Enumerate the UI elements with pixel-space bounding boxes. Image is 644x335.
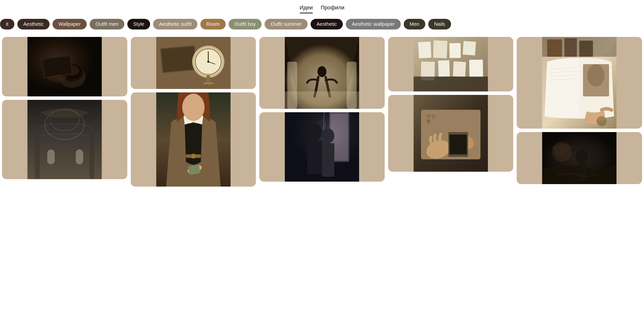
tag-outfit-men[interactable]: Outfit men [90, 19, 124, 30]
tabs-bar: Идеи Профили [0, 0, 644, 14]
masonry-col-5 [517, 37, 642, 186]
tag-aesthetic[interactable]: Aesthetic [17, 19, 50, 30]
tag-aesthetic-outfit[interactable]: Aesthetic outfit [153, 19, 198, 30]
svg-point-71 [597, 117, 606, 121]
card-book[interactable] [517, 37, 642, 128]
svg-rect-69 [579, 41, 593, 57]
svg-rect-24 [206, 75, 210, 83]
svg-point-65 [587, 64, 604, 86]
masonry-col-1 [2, 37, 127, 186]
tag-wallpaper[interactable]: Wallpaper [52, 19, 86, 30]
tag-style[interactable]: Style [127, 19, 150, 30]
masonry-col-3 [259, 37, 385, 186]
svg-rect-45 [433, 40, 447, 58]
svg-point-34 [318, 66, 326, 77]
card-coat[interactable] [131, 92, 256, 186]
card-corridor[interactable] [259, 37, 385, 109]
card-dark-scene[interactable] [517, 132, 642, 184]
card-coffee[interactable] [2, 37, 127, 96]
card-notes-wall[interactable] [388, 37, 514, 92]
svg-rect-16 [161, 46, 196, 72]
svg-point-75 [552, 142, 572, 162]
tag-aesthetic2[interactable]: Aesthetic [310, 19, 343, 30]
tags-row: it Aesthetic Wallpaper Outfit men Style … [0, 14, 644, 35]
svg-point-73 [576, 150, 588, 164]
masonry-grid [0, 35, 644, 186]
tag-men[interactable]: Men [404, 19, 425, 30]
tab-ideas[interactable]: Идеи [300, 4, 313, 14]
masonry-col-4 [388, 37, 514, 186]
card-tweed-hands[interactable] [388, 95, 514, 172]
svg-rect-58 [450, 134, 467, 154]
svg-rect-49 [438, 60, 450, 77]
svg-rect-68 [564, 38, 577, 57]
svg-rect-12 [35, 125, 40, 179]
svg-point-31 [182, 94, 204, 121]
svg-rect-74 [577, 164, 587, 181]
svg-rect-51 [469, 60, 483, 77]
svg-rect-13 [90, 125, 94, 179]
svg-rect-47 [463, 41, 476, 55]
card-church[interactable] [2, 100, 127, 179]
card-smoking[interactable] [259, 112, 385, 182]
svg-rect-44 [418, 42, 431, 58]
svg-rect-11 [76, 150, 83, 164]
svg-rect-28 [191, 154, 195, 158]
tag-it[interactable]: it [0, 19, 14, 30]
svg-rect-52 [414, 76, 488, 92]
tab-profiles[interactable]: Профили [321, 4, 344, 14]
svg-rect-46 [449, 43, 461, 58]
svg-rect-10 [47, 150, 55, 164]
svg-rect-25 [203, 82, 213, 84]
masonry-col-2 [131, 37, 256, 186]
tag-room[interactable]: Room [200, 19, 226, 30]
svg-point-42 [322, 128, 334, 143]
svg-rect-50 [453, 62, 466, 77]
tag-outfit-boy[interactable]: Outfit boy [228, 19, 262, 30]
svg-point-23 [207, 61, 209, 63]
tag-outfit-summer[interactable]: Outfit summer [264, 19, 308, 30]
svg-rect-37 [285, 92, 359, 109]
tag-aesthetic-wallpaper[interactable]: Aesthetic wallpaper [346, 19, 400, 30]
card-clock[interactable] [131, 37, 256, 89]
svg-rect-67 [547, 40, 562, 57]
tag-nails[interactable]: Nails [428, 19, 451, 30]
svg-point-41 [307, 124, 322, 141]
